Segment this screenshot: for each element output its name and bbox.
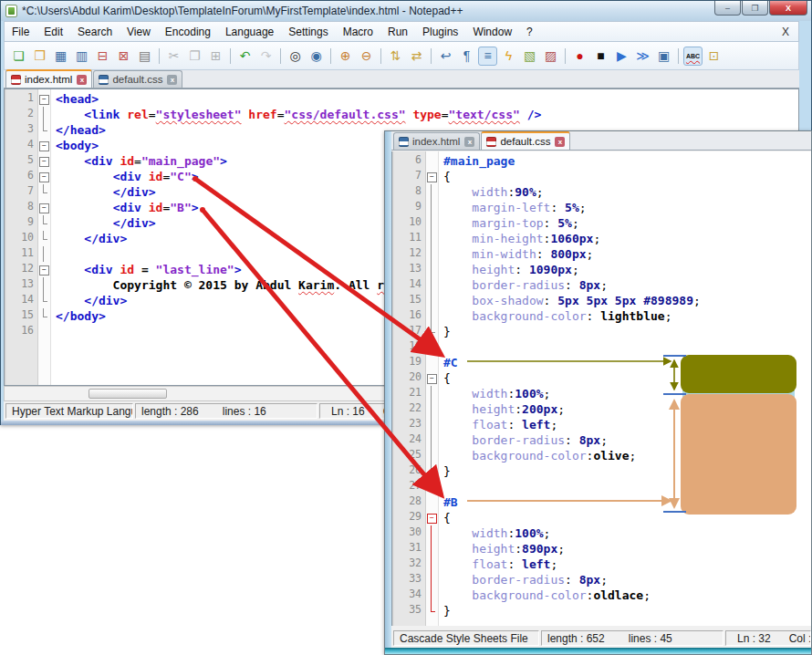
code-line-28[interactable]: 28#B	[394, 494, 811, 510]
tab-close-icon[interactable]: x	[167, 75, 177, 85]
code-line-35[interactable]: 35}	[394, 603, 811, 619]
tab-close-icon[interactable]: x	[77, 75, 87, 85]
code-line-9[interactable]: 9 margin-left: 5%;	[394, 200, 811, 215]
code-line-11[interactable]: 11 min-height:1060px;	[394, 231, 811, 246]
code-line-22[interactable]: 22 height:200px;	[394, 401, 811, 417]
close-doc-icon[interactable]: ⊟	[93, 47, 112, 66]
code-line-27[interactable]: 27	[394, 479, 811, 494]
menu-item-file[interactable]: File	[5, 23, 36, 41]
tab-close-icon[interactable]: x	[555, 137, 565, 147]
indent-guide-icon[interactable]: ≡	[478, 47, 497, 66]
code-line-26[interactable]: 26}	[394, 463, 811, 479]
explorer-link-icon[interactable]: ⊡	[704, 47, 724, 66]
tab-default-css[interactable]: default.cssx	[93, 70, 182, 88]
menu-item-run[interactable]: Run	[380, 23, 415, 41]
code-line-21[interactable]: 21 width:100%;	[394, 386, 811, 401]
fold-collapse-icon[interactable]	[425, 510, 438, 525]
code-line-18[interactable]: 18	[394, 339, 811, 355]
code-line-10[interactable]: 10 margin-top: 5%;	[394, 215, 811, 231]
macro-stop-icon[interactable]: ■	[591, 47, 610, 66]
code-line-31[interactable]: 31 height:890px;	[394, 541, 811, 556]
menu-item-search[interactable]: Search	[70, 23, 120, 41]
sync-vertical-icon[interactable]: ⇅	[386, 47, 405, 66]
code-line-24[interactable]: 24 border-radius: 8px;	[394, 432, 811, 448]
fold-collapse-icon[interactable]	[37, 153, 50, 169]
tab-index-html[interactable]: index.htmlx	[393, 132, 480, 150]
fold-collapse-icon[interactable]	[425, 370, 438, 386]
menu-item-encoding[interactable]: Encoding	[158, 23, 218, 41]
menu-item-settings[interactable]: Settings	[281, 23, 335, 41]
fold-collapse-icon[interactable]	[37, 262, 50, 277]
code-line-14[interactable]: 14 border-radius: 8px;	[394, 277, 811, 293]
fold-collapse-icon[interactable]	[37, 91, 50, 107]
code-line-23[interactable]: 23 float: left;	[394, 417, 811, 432]
code-line-8[interactable]: 8 width:90%;	[394, 184, 811, 200]
macro-save-icon[interactable]: ▣	[654, 47, 673, 66]
minimize-button[interactable]: –	[714, 1, 741, 16]
menu-item-language[interactable]: Language	[218, 23, 281, 41]
code-line-34[interactable]: 34 background-color:oldlace;	[394, 587, 811, 603]
code-line-30[interactable]: 30 width:100%;	[394, 525, 811, 541]
code-line-16[interactable]: 16 background-color: lightblue;	[394, 308, 811, 324]
close-button[interactable]: X	[769, 1, 807, 16]
code-area[interactable]: 6#main_page7{8 width:90%;9 margin-left: …	[394, 151, 811, 619]
scrollbar-thumb[interactable]	[88, 389, 167, 399]
zoom-in-icon[interactable]: ⊕	[336, 47, 355, 66]
code-line-1[interactable]: 1<head>	[6, 91, 798, 107]
show-all-chars-icon[interactable]: ¶	[457, 47, 476, 66]
code-line-25[interactable]: 25 background-color:olive;	[394, 448, 811, 463]
code-line-7[interactable]: 7{	[394, 169, 811, 184]
new-file-icon[interactable]: ❏	[9, 47, 28, 66]
find-icon[interactable]: ◎	[286, 47, 305, 66]
fold-collapse-icon[interactable]	[37, 169, 50, 184]
macro-record-icon[interactable]: ●	[570, 47, 589, 66]
copy-icon[interactable]: ❐	[185, 47, 204, 66]
word-wrap-icon[interactable]: ↩	[436, 47, 455, 66]
code-line-32[interactable]: 32 float: left;	[394, 556, 811, 572]
menu-item-plugins[interactable]: Plugins	[415, 23, 465, 41]
save-all-icon[interactable]: ▥	[72, 47, 91, 66]
title-bar[interactable]: *C:\Users\Abdul Karim\Desktop\TemplateIn…	[1, 1, 811, 21]
cut-icon[interactable]: ✂	[164, 47, 183, 66]
menu-item-window[interactable]: Window	[465, 23, 519, 41]
function-list-icon[interactable]: ϟ	[499, 47, 518, 66]
doc-switcher-icon[interactable]: ▨	[541, 47, 560, 66]
menu-item-[interactable]: ?	[519, 23, 540, 41]
save-icon[interactable]: ▦	[51, 47, 70, 66]
code-line-29[interactable]: 29{	[394, 510, 811, 525]
editor-default-css[interactable]: 6#main_page7{8 width:90%;9 margin-left: …	[391, 151, 811, 626]
close-all-icon[interactable]: ⊠	[114, 47, 133, 66]
code-line-19[interactable]: 19#C	[394, 355, 811, 370]
fold-collapse-icon[interactable]	[37, 200, 50, 215]
document-map-icon[interactable]: ▧	[520, 47, 539, 66]
maximize-button[interactable]: ❐	[742, 1, 768, 16]
open-icon[interactable]: ❒	[30, 47, 49, 66]
replace-icon[interactable]: ◉	[307, 47, 326, 66]
zoom-out-icon[interactable]: ⊖	[357, 47, 376, 66]
code-line-17[interactable]: 17}	[394, 324, 811, 339]
macro-run-multiple-icon[interactable]: ≫	[633, 47, 652, 66]
redo-icon[interactable]: ↷	[256, 47, 276, 66]
spell-check-icon[interactable]: ABC	[683, 47, 703, 66]
fold-collapse-icon[interactable]	[37, 138, 50, 153]
tab-index-html[interactable]: index.htmlx	[5, 69, 92, 88]
macro-play-icon[interactable]: ▶	[612, 47, 631, 66]
sync-horizontal-icon[interactable]: ⇄	[407, 47, 426, 66]
undo-icon[interactable]: ↶	[235, 47, 255, 66]
menu-close-document-button[interactable]: X	[773, 23, 798, 41]
code-line-12[interactable]: 12 min-width: 800px;	[394, 246, 811, 262]
code-line-6[interactable]: 6#main_page	[394, 153, 811, 169]
code-line-20[interactable]: 20{	[394, 370, 811, 386]
code-line-33[interactable]: 33 border-radius: 8px;	[394, 572, 811, 587]
fold-collapse-icon[interactable]	[425, 169, 438, 184]
code-line-15[interactable]: 15 box-shadow: 5px 5px 5px #898989;	[394, 293, 811, 308]
menu-item-macro[interactable]: Macro	[336, 23, 380, 41]
code-line-13[interactable]: 13 height: 1090px;	[394, 262, 811, 277]
paste-icon[interactable]: ⊞	[206, 47, 225, 66]
menu-item-view[interactable]: View	[120, 23, 158, 41]
tab-default-css[interactable]: default.cssx	[481, 131, 570, 150]
code-line-2[interactable]: 2 <link rel="stylesheet" href="css/defau…	[6, 107, 798, 122]
tab-close-icon[interactable]: x	[464, 137, 474, 147]
menu-item-edit[interactable]: Edit	[36, 23, 70, 41]
print-icon[interactable]: ▤	[135, 47, 154, 66]
